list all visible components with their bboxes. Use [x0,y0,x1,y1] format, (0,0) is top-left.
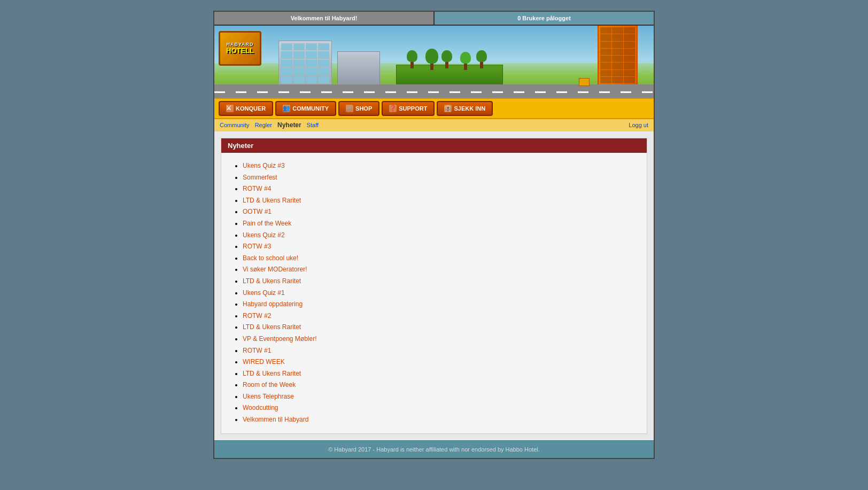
news-link[interactable]: OOTW #1 [243,208,272,215]
list-item: Velkommen til Habyard [243,414,636,426]
list-item: Ukens Quiz #3 [243,160,636,172]
tree-1 [407,50,417,68]
main-wrapper: Velkommen til Habyard! 0 Brukere pålogge… [213,11,655,459]
nav-community[interactable]: 👥 COMMUNITY [275,101,336,116]
list-item: WIRED WEEK [243,356,636,368]
konquer-icon: ⚔ [226,105,234,112]
list-item: Room of the Week [243,379,636,391]
list-item: ROTW #2 [243,310,636,322]
top-bar: Velkommen til Habyard! 0 Brukere pålogge… [214,12,654,26]
bench [579,78,590,86]
news-link[interactable]: Room of the Week [243,381,296,388]
nav-bar: ⚔ KONQUER 👥 COMMUNITY 🛒 SHOP ❓ SUPPORT 🏨… [214,98,654,119]
news-link[interactable]: Habyard oppdatering [243,300,303,308]
subnav-regler[interactable]: Regler [255,122,272,128]
news-link[interactable]: Pain of the Week [243,220,291,227]
subnav-nyheter: Nyheter [277,121,301,129]
list-item: LTD & Ukens Raritet [243,368,636,380]
news-link[interactable]: Ukens Telephrase [243,393,294,400]
list-item: LTD & Ukens Raritet [243,322,636,333]
news-link[interactable]: Ukens Quiz #1 [243,289,285,297]
news-link[interactable]: LTD & Ukens Raritet [243,323,301,331]
list-item: Vi søker MODeratorer! [243,264,636,276]
support-icon: ❓ [389,105,397,112]
list-item: Habyard oppdatering [243,299,636,310]
news-link[interactable]: Back to school uke! [243,254,298,262]
news-link[interactable]: Woodcutting [243,404,278,411]
news-link[interactable]: Ukens Quiz #3 [243,162,285,169]
shop-icon: 🛒 [346,105,353,112]
community-icon: 👥 [283,105,290,112]
road [214,84,654,98]
welcome-message: Velkommen til Habyard! [214,12,435,25]
list-item: Ukens Quiz #1 [243,287,636,299]
site-logo[interactable]: HABYARD HOTELL [219,31,261,66]
list-item: Back to school uke! [243,253,636,265]
tree-2 [425,49,438,70]
news-link[interactable]: ROTW #4 [243,185,271,192]
tree-5 [476,50,487,68]
news-link[interactable]: Velkommen til Habyard [243,416,308,423]
list-item: Ukens Quiz #2 [243,230,636,242]
building-tower [598,26,638,86]
nav-support[interactable]: ❓ SUPPORT [382,101,435,116]
list-item: Woodcutting [243,402,636,414]
list-item: ROTW #3 [243,241,636,253]
news-link[interactable]: Sommerfest [243,174,277,181]
road-lines [214,91,654,93]
nav-konquer[interactable]: ⚔ KONQUER [219,101,273,116]
building-2 [337,51,380,86]
list-item: Sommerfest [243,172,636,184]
sub-nav: Community Regler Nyheter Staff Logg ut [214,119,654,131]
nav-shop[interactable]: 🛒 SHOP [338,101,379,116]
content-area: Nyheter Ukens Quiz #3SommerfestROTW #4LT… [214,131,654,440]
news-link[interactable]: LTD & Ukens Raritet [243,370,301,377]
list-item: OOTW #1 [243,206,636,218]
news-link[interactable]: LTD & Ukens Raritet [243,277,301,285]
tree-3 [441,50,452,68]
subnav-community[interactable]: Community [220,122,250,128]
subnav-logout[interactable]: Logg ut [629,122,648,128]
news-link[interactable]: ROTW #3 [243,243,271,250]
sjekk-icon: 🏨 [444,105,452,112]
news-panel: Nyheter Ukens Quiz #3SommerfestROTW #4LT… [221,138,647,434]
footer: © Habyard 2017 - Habyard is neither affi… [214,440,654,458]
list-item: LTD & Ukens Raritet [243,195,636,207]
news-list: Ukens Quiz #3SommerfestROTW #4LTD & Uken… [232,160,636,426]
header-banner: HABYARD HOTELL [214,26,654,98]
list-item: Pain of the Week [243,218,636,230]
logo-text-main: HOTELL [226,47,254,55]
tree-4 [460,52,471,70]
news-link[interactable]: Ukens Quiz #2 [243,231,285,239]
news-panel-header: Nyheter [221,138,647,153]
building-1 [278,41,332,86]
news-link[interactable]: Vi søker MODeratorer! [243,266,307,273]
list-item: Ukens Telephrase [243,391,636,403]
news-link[interactable]: WIRED WEEK [243,358,285,365]
list-item: ROTW #4 [243,183,636,195]
footer-text: © Habyard 2017 - Habyard is neither affi… [328,446,540,453]
news-panel-body: Ukens Quiz #3SommerfestROTW #4LTD & Uken… [221,153,647,433]
news-link[interactable]: VP & Eventpoeng Møbler! [243,335,317,343]
subnav-staff[interactable]: Staff [307,122,319,128]
list-item: ROTW #1 [243,345,636,357]
list-item: LTD & Ukens Raritet [243,276,636,287]
news-link[interactable]: LTD & Ukens Raritet [243,197,301,204]
nav-sjekk-inn[interactable]: 🏨 SJEKK INN [437,101,493,116]
list-item: VP & Eventpoeng Møbler! [243,333,636,345]
users-online: 0 Brukere pålogget [435,12,654,25]
news-link[interactable]: ROTW #2 [243,312,271,320]
news-link[interactable]: ROTW #1 [243,347,271,354]
